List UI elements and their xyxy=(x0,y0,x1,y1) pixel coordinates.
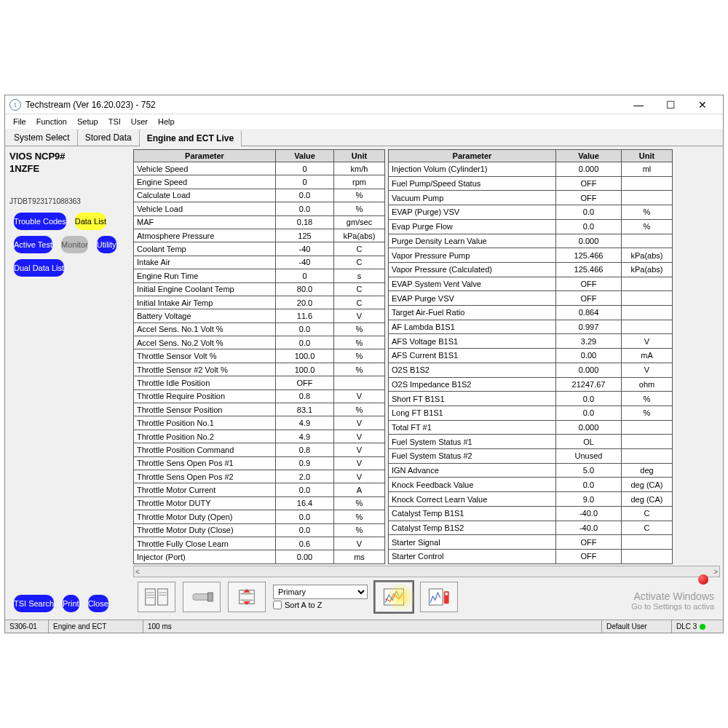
table-row[interactable]: Fuel Pump/Speed StatusOFF xyxy=(389,176,673,191)
table-row[interactable]: Throttle Idle PositionOFF xyxy=(134,376,385,389)
cell-param: Throttle Require Position xyxy=(134,389,276,403)
col-header-value[interactable]: Value xyxy=(556,150,622,162)
connector-button[interactable] xyxy=(183,582,221,612)
close-button[interactable]: ✕ xyxy=(687,95,719,114)
table-row[interactable]: Coolant Temp-40C xyxy=(134,242,385,256)
table-row[interactable]: EVAP System Vent ValveOFF xyxy=(389,277,673,291)
cell-value: 125 xyxy=(276,229,334,242)
table-row[interactable]: EVAP (Purge) VSV0.0% xyxy=(389,205,673,220)
cell-param: Purge Density Learn Value xyxy=(389,234,556,248)
tabbar: System SelectStored DataEngine and ECT L… xyxy=(5,129,723,146)
cell-value: OL xyxy=(556,435,622,449)
table-row[interactable]: Throttle Sens Open Pos #10.9V xyxy=(134,456,385,470)
table-row[interactable]: AFS Current B1S10.00mA xyxy=(389,349,673,363)
table-row[interactable]: AF Lambda B1S10.997 xyxy=(389,320,673,334)
table-row[interactable]: Calculate Load0.0% xyxy=(134,189,385,202)
table-row[interactable]: Vehicle Speed0km/h xyxy=(134,162,385,175)
menu-help[interactable]: Help xyxy=(153,116,180,127)
table-row[interactable]: Purge Density Learn Value0.000 xyxy=(389,234,673,248)
col-header-unit[interactable]: Unit xyxy=(334,150,385,162)
tab-system-select[interactable]: System Select xyxy=(7,130,78,146)
side-button-close[interactable]: Close xyxy=(88,595,108,612)
table-row[interactable]: Throttle Sens Open Pos #22.0V xyxy=(134,470,385,483)
table-row[interactable]: Throttle Position Command0.8V xyxy=(134,443,385,456)
table-row[interactable]: Target Air-Fuel Ratio0.864 xyxy=(389,306,673,320)
side-button-data-list[interactable]: Data List xyxy=(75,213,106,230)
menu-user[interactable]: User xyxy=(126,116,153,127)
table-row[interactable]: Initial Intake Air Temp20.0C xyxy=(134,296,385,309)
menu-setup[interactable]: Setup xyxy=(72,116,103,127)
menu-function[interactable]: Function xyxy=(31,116,72,127)
table-row[interactable]: EVAP Purge VSVOFF xyxy=(389,291,673,306)
table-row[interactable]: Vacuum PumpOFF xyxy=(389,191,673,205)
minimize-button[interactable]: — xyxy=(622,95,654,114)
table-row[interactable]: IGN Advance5.0deg xyxy=(389,463,673,478)
menu-file[interactable]: File xyxy=(8,116,31,127)
tab-engine-and-ect-live[interactable]: Engine and ECT Live xyxy=(140,130,242,146)
maximize-button[interactable]: ☐ xyxy=(654,95,687,114)
side-button-dual-data-list[interactable]: Dual Data List xyxy=(14,259,64,277)
table-row[interactable]: Throttle Position No.24.9V xyxy=(134,430,385,443)
table-row[interactable]: Catalyst Temp B1S1-40.0C xyxy=(389,506,673,521)
side-button-active-test[interactable]: Active Test xyxy=(14,236,52,253)
table-row[interactable]: O2S Impedance B1S221247.67ohm xyxy=(389,377,673,392)
range-button[interactable] xyxy=(228,582,266,612)
horizontal-scrollbar[interactable]: <> xyxy=(133,566,720,577)
table-row[interactable]: Fuel System Status #1OL xyxy=(389,435,673,449)
table-row[interactable]: Injection Volum (Cylinder1)0.000ml xyxy=(389,162,673,177)
cell-param: Evap Purge Flow xyxy=(389,219,556,234)
table-row[interactable]: Starter SignalOFF xyxy=(389,535,673,550)
table-row[interactable]: Vehicle Load0.0% xyxy=(134,202,385,215)
table-row[interactable]: Throttle Sensor Position83.1% xyxy=(134,403,385,416)
table-row[interactable]: Throttle Sensor Volt %100.0% xyxy=(134,349,385,363)
tab-stored-data[interactable]: Stored Data xyxy=(78,130,140,146)
side-button-trouble-codes[interactable]: Trouble Codes xyxy=(14,213,66,230)
table-row[interactable]: Throttle Fully Close Learn0.6V xyxy=(134,537,385,550)
table-row[interactable]: MAF0.18gm/sec xyxy=(134,215,385,229)
side-button-tsi-search[interactable]: TSI Search xyxy=(14,595,54,612)
col-header-parameter[interactable]: Parameter xyxy=(389,150,556,162)
sort-checkbox-input[interactable] xyxy=(273,601,282,609)
table-row[interactable]: Starter ControlOFF xyxy=(389,549,673,563)
cell-unit: % xyxy=(334,323,385,336)
col-header-unit[interactable]: Unit xyxy=(622,150,673,162)
side-button-print[interactable]: Print xyxy=(63,595,79,612)
table-row[interactable]: Vapor Pressure Pump125.466kPa(abs) xyxy=(389,248,673,263)
col-header-value[interactable]: Value xyxy=(276,150,334,162)
table-row[interactable]: AFS Voltage B1S13.29V xyxy=(389,334,673,349)
menu-tsi[interactable]: TSI xyxy=(103,116,126,127)
graph-single-button[interactable] xyxy=(375,582,413,612)
table-row[interactable]: Knock Feedback Value0.0deg (CA) xyxy=(389,478,673,492)
table-row[interactable]: Accel Sens. No.2 Volt %0.0% xyxy=(134,336,385,349)
table-row[interactable]: Fuel System Status #2Unused xyxy=(389,449,673,464)
table-row[interactable]: Knock Correct Learn Value9.0deg (CA) xyxy=(389,492,673,507)
table-row[interactable]: Throttle Motor Duty (Close)0.0% xyxy=(134,523,385,537)
table-row[interactable]: Throttle Require Position0.8V xyxy=(134,389,385,403)
graph-fuel-button[interactable] xyxy=(420,582,458,612)
table-row[interactable]: Throttle Sensor #2 Volt %100.0% xyxy=(134,363,385,376)
col-header-parameter[interactable]: Parameter xyxy=(134,150,276,162)
table-row[interactable]: O2S B1S20.000V xyxy=(389,363,673,377)
sort-checkbox[interactable]: Sort A to Z xyxy=(273,601,368,609)
table-row[interactable]: Accel Sens. No.1 Volt %0.0% xyxy=(134,323,385,336)
table-row[interactable]: Engine Run Time0s xyxy=(134,269,385,282)
table-row[interactable]: Initial Engine Coolant Temp80.0C xyxy=(134,282,385,296)
table-row[interactable]: Catalyst Temp B1S2-40.0C xyxy=(389,521,673,535)
table-row[interactable]: Short FT B1S10.0% xyxy=(389,392,673,406)
table-row[interactable]: Throttle Motor DUTY16.4% xyxy=(134,496,385,510)
table-row[interactable]: Intake Air-40C xyxy=(134,256,385,269)
table-row[interactable]: Vapor Pressure (Calculated)125.466kPa(ab… xyxy=(389,262,673,277)
table-row[interactable]: Atmosphere Pressure125kPa(abs) xyxy=(134,229,385,242)
table-row[interactable]: Battery Voltage11.6V xyxy=(134,309,385,323)
table-row[interactable]: Throttle Motor Duty (Open)0.0% xyxy=(134,510,385,523)
list-select-dropdown[interactable]: Primary xyxy=(273,585,368,599)
table-row[interactable]: Evap Purge Flow0.0% xyxy=(389,219,673,234)
table-row[interactable]: Throttle Motor Current0.0A xyxy=(134,483,385,496)
side-button-utility[interactable]: Utility xyxy=(97,236,116,253)
table-row[interactable]: Total FT #10.000 xyxy=(389,420,673,435)
table-row[interactable]: Engine Speed0rpm xyxy=(134,175,385,189)
table-row[interactable]: Injector (Port)0.00ms xyxy=(134,550,385,564)
table-row[interactable]: Throttle Position No.14.9V xyxy=(134,416,385,430)
table-row[interactable]: Long FT B1S10.0% xyxy=(389,405,673,420)
list-view-button[interactable] xyxy=(138,582,175,612)
